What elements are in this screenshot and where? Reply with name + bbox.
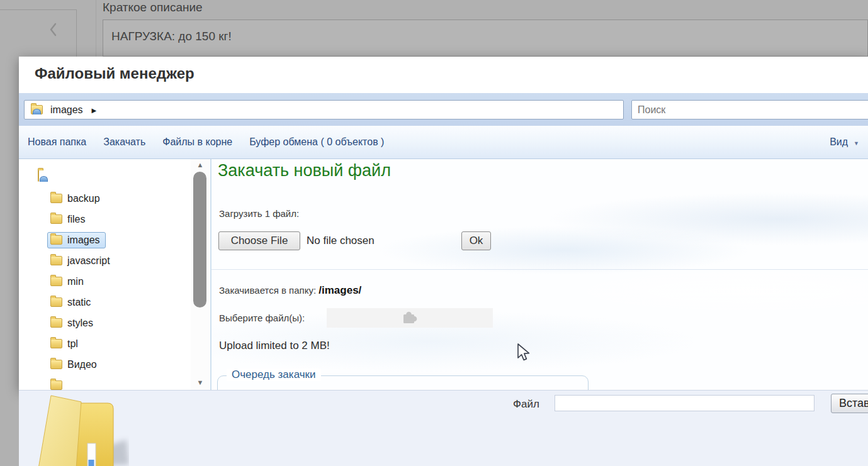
ok-button[interactable]: Ok (461, 231, 491, 250)
tree-item-label: javascript (67, 255, 110, 267)
toolbar-clipboard[interactable]: Буфер обмена ( 0 объектов ) (249, 136, 384, 148)
scrollbar-thumb[interactable] (193, 172, 206, 308)
tree-item-min[interactable]: min (50, 271, 110, 292)
large-folder-icon (35, 394, 129, 466)
tree-root-item[interactable] (38, 170, 39, 182)
tree-item-javascript[interactable]: javascript (50, 250, 110, 271)
tree-item-label: static (67, 297, 91, 308)
view-menu-label: Вид (830, 136, 848, 148)
screen: { "backdrop": { "short_description_label… (0, 0, 868, 466)
backdrop-panel-border (0, 9, 77, 10)
upload-folder-line: Закачивается в папку: /images/ (219, 284, 361, 297)
file-field-label: Файл (513, 398, 539, 411)
window-title: Файловый менеджер (35, 65, 194, 82)
flash-upload-placeholder[interactable] (327, 308, 493, 328)
open-folder-icon (31, 105, 43, 114)
folder-icon (50, 214, 62, 224)
tree-item-static[interactable]: static (50, 292, 110, 313)
page-title: Закачать новый файл (218, 161, 391, 180)
tree-item-label: styles (67, 318, 93, 329)
tree-item-label: tpl (67, 338, 78, 350)
folder-icon (50, 194, 62, 203)
tree-scrollbar[interactable]: ▲ ▼ (191, 159, 210, 390)
tree-list: backup files images javascript (50, 188, 110, 390)
toolbar: Новая папка Закачать Файлы в корне Буфер… (19, 126, 868, 159)
tree-item-backup[interactable]: backup (50, 188, 110, 209)
folder-tree: backup files images javascript (19, 159, 191, 390)
tree-item-partial[interactable] (50, 375, 110, 390)
file-status-text: No file chosen (307, 235, 375, 247)
section-divider (211, 269, 868, 270)
breadcrumb-expand-icon[interactable]: ▶ (92, 107, 97, 114)
backdrop-panel-border-vertical (76, 9, 77, 57)
folder-icon (50, 360, 62, 369)
scroll-down-icon[interactable]: ▼ (191, 379, 210, 386)
upload-limit-text: Upload limited to 2 MB! (219, 340, 330, 352)
footer-bar: Файл Вставить (19, 390, 868, 466)
tree-item-images-selected[interactable]: images (50, 230, 110, 250)
address-bar: images ▶ (19, 93, 868, 126)
select-files-label: Выберите файл(ы): (219, 313, 305, 323)
folder-icon (50, 318, 62, 328)
folder-icon (50, 277, 62, 286)
upload-folder-path: /images/ (318, 284, 361, 296)
scroll-up-icon[interactable]: ▲ (191, 161, 210, 169)
folder-icon (50, 256, 62, 265)
tree-item-files[interactable]: files (50, 209, 110, 230)
tree-item-styles[interactable]: styles (50, 313, 110, 333)
short-description-value: НАГРУЗКА: до 150 кг! (111, 30, 232, 43)
choose-file-button[interactable]: Choose File (218, 231, 300, 250)
breadcrumb-folder: images (50, 104, 83, 116)
toolbar-upload[interactable]: Закачать (103, 136, 145, 148)
window-content: backup files images javascript (19, 159, 868, 390)
search-input[interactable] (631, 100, 868, 119)
tree-item-label: Видео (67, 359, 97, 370)
short-description-field[interactable]: НАГРУЗКА: до 150 кг! (103, 19, 868, 57)
chevron-down-icon: ▼ (854, 140, 859, 147)
tree-item-label: files (67, 214, 85, 225)
root-folder-icon (38, 170, 39, 182)
tree-item-video[interactable]: Видео (50, 354, 110, 375)
tree-item-label: min (67, 276, 84, 287)
file-manager-window: Файловый менеджер images ▶ Новая папка З… (19, 57, 868, 390)
short-description-label: Краткое описание (103, 1, 203, 14)
single-upload-label: Загрузить 1 файл: (219, 208, 299, 219)
collapse-chevron-icon[interactable] (48, 23, 59, 39)
insert-button[interactable]: Вставить (831, 394, 868, 413)
selected-item-highlight: images (47, 232, 106, 248)
upload-queue-fieldset: Очередь закачки (217, 375, 589, 390)
upload-queue-legend: Очередь закачки (227, 369, 321, 381)
toolbar-new-folder[interactable]: Новая папка (28, 136, 86, 148)
folder-icon (50, 380, 62, 390)
breadcrumb[interactable]: images ▶ (24, 100, 624, 119)
folder-icon (50, 235, 62, 245)
tree-item-label: images (67, 235, 100, 246)
folder-icon (50, 297, 62, 307)
tree-item-label: backup (67, 193, 100, 204)
backdrop-panel-border-vertical-2 (96, 0, 96, 57)
tree-item-tpl[interactable]: tpl (50, 333, 110, 354)
upload-panel: Закачать новый файл Загрузить 1 файл: Ch… (211, 159, 868, 390)
toolbar-root-files[interactable]: Файлы в корне (162, 136, 232, 148)
plugin-puzzle-icon (400, 308, 419, 328)
file-name-input[interactable] (555, 395, 814, 411)
upload-folder-label: Закачивается в папку: (219, 285, 316, 296)
folder-icon (50, 339, 62, 348)
toolbar-view-menu[interactable]: Вид ▼ (830, 136, 859, 148)
